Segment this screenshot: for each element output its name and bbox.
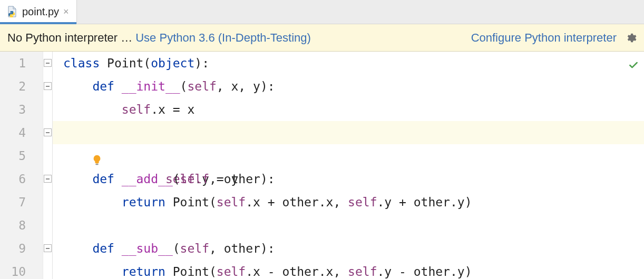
- use-interpreter-link[interactable]: Use Python 3.6 (In-Depth-Testing): [135, 31, 311, 45]
- line-number: 3: [0, 98, 52, 121]
- code-line[interactable]: def __add__(self, other):: [53, 167, 644, 191]
- file-tab[interactable]: point.py ×: [0, 0, 77, 24]
- code-line-current[interactable]: self.y = y: [53, 121, 644, 144]
- code-line[interactable]: [53, 144, 644, 167]
- code-line[interactable]: [53, 214, 644, 237]
- line-number: 8: [0, 214, 52, 237]
- code-line[interactable]: def __sub__(self, other):: [53, 237, 644, 260]
- dunder-add: __add__: [122, 172, 173, 186]
- class-name: Point(: [107, 56, 151, 70]
- warning-message: No Python interpreter …: [7, 31, 132, 45]
- fold-handle[interactable]: [44, 59, 52, 67]
- fold-handle[interactable]: [44, 82, 52, 90]
- interpreter-warning-bar: No Python interpreter … Use Python 3.6 (…: [0, 24, 644, 52]
- fold-handle[interactable]: [44, 128, 52, 136]
- code-editor[interactable]: 1 2 3 4 5 6 7 8 9 10 class Point(object)…: [0, 52, 644, 279]
- dunder-init: __init__: [122, 79, 180, 93]
- gear-icon[interactable]: [625, 32, 637, 44]
- code-line[interactable]: def __init__(self, x, y):: [53, 75, 644, 98]
- line-number: 7: [0, 191, 52, 214]
- dunder-sub: __sub__: [122, 242, 173, 255]
- lightbulb-icon[interactable]: [33, 127, 44, 138]
- line-number: 10: [0, 260, 52, 279]
- python-file-icon: [6, 6, 18, 17]
- code-line[interactable]: return Point(self.x - other.x, self.y - …: [53, 260, 644, 279]
- code-line[interactable]: self.x = x: [53, 98, 644, 121]
- configure-interpreter-link[interactable]: Configure Python interpreter: [471, 31, 617, 45]
- tab-bar: point.py ×: [0, 0, 644, 24]
- kw-class: class: [63, 56, 100, 70]
- code-line[interactable]: class Point(object):: [53, 52, 644, 75]
- fold-handle[interactable]: [44, 244, 52, 252]
- code-area[interactable]: class Point(object): def __init__(self, …: [53, 52, 644, 279]
- close-icon[interactable]: ×: [63, 7, 69, 16]
- code-line[interactable]: return Point(self.x + other.x, self.y + …: [53, 191, 644, 214]
- tab-filename: point.py: [22, 6, 59, 18]
